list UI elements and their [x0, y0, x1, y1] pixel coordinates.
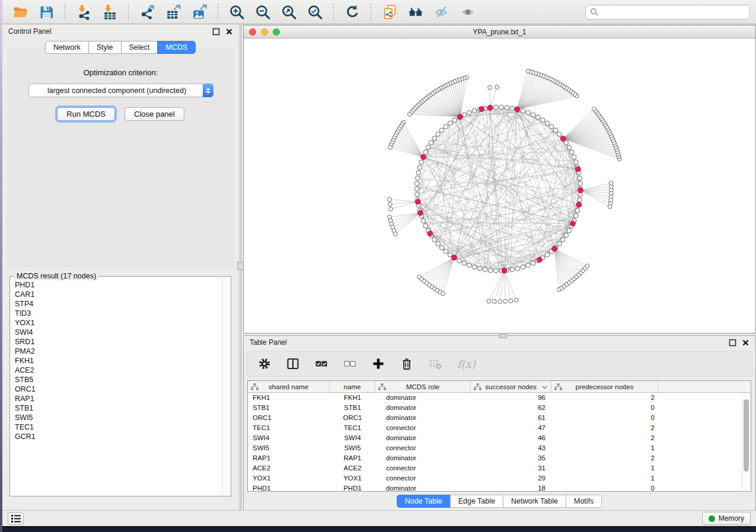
- memory-button[interactable]: Memory: [702, 512, 751, 525]
- first-neighbors-button[interactable]: [404, 2, 428, 22]
- result-list-item[interactable]: CAR1: [15, 290, 222, 299]
- network-node[interactable]: [564, 140, 569, 145]
- select-all-button[interactable]: [315, 357, 328, 370]
- satellite-node[interactable]: [488, 85, 492, 89]
- satellite-node[interactable]: [492, 299, 496, 303]
- result-list-item[interactable]: STP4: [15, 299, 222, 309]
- column-header-successor-nodes[interactable]: successor nodes: [471, 381, 551, 392]
- network-node[interactable]: [415, 181, 420, 186]
- dominator-node[interactable]: [570, 221, 576, 226]
- network-node[interactable]: [561, 238, 566, 242]
- network-node[interactable]: [452, 118, 457, 123]
- network-node[interactable]: [569, 150, 574, 155]
- tab-select[interactable]: Select: [121, 41, 158, 54]
- network-node[interactable]: [419, 160, 424, 165]
- result-list-item[interactable]: TEC1: [15, 422, 222, 432]
- network-node[interactable]: [439, 128, 444, 133]
- show-all-button[interactable]: [456, 2, 480, 22]
- satellite-node[interactable]: [388, 202, 392, 206]
- save-session-button[interactable]: [34, 2, 58, 22]
- network-node[interactable]: [540, 118, 545, 123]
- result-list-item[interactable]: TID3: [15, 309, 222, 318]
- network-node[interactable]: [510, 106, 515, 111]
- network-node[interactable]: [415, 176, 420, 181]
- satellite-node[interactable]: [389, 207, 393, 211]
- dominator-node[interactable]: [415, 199, 420, 204]
- dominator-node[interactable]: [418, 210, 423, 216]
- satellite-node[interactable]: [498, 300, 502, 304]
- zoom-fit-button[interactable]: [277, 2, 301, 22]
- network-node[interactable]: [483, 267, 487, 272]
- minimize-window-icon[interactable]: [261, 28, 268, 36]
- horizontal-splitter-grip[interactable]: [499, 334, 507, 338]
- export-image-button[interactable]: [187, 2, 211, 22]
- run-mcds-button[interactable]: Run MCDS: [57, 107, 115, 121]
- result-list-item[interactable]: SRD1: [15, 337, 222, 347]
- import-table-button[interactable]: [98, 2, 122, 22]
- result-list-item[interactable]: SWI4: [15, 328, 222, 337]
- close-panel-button[interactable]: Close panel: [125, 107, 184, 121]
- table-settings-button[interactable]: [258, 357, 271, 370]
- network-node[interactable]: [436, 242, 441, 246]
- result-list-item[interactable]: PHD1: [15, 280, 222, 290]
- dominator-node[interactable]: [479, 107, 484, 112]
- network-node[interactable]: [567, 145, 572, 150]
- network-node[interactable]: [421, 219, 426, 223]
- table-row[interactable]: RAP1RAP1dominator352: [248, 453, 751, 463]
- duplicate-network-button[interactable]: [378, 2, 401, 22]
- table-row[interactable]: YOX1YOX1connector291: [248, 473, 751, 483]
- dominator-node[interactable]: [458, 114, 463, 120]
- network-node[interactable]: [549, 124, 554, 129]
- result-list-item[interactable]: PMA2: [15, 347, 222, 356]
- network-node[interactable]: [526, 110, 531, 115]
- network-node[interactable]: [423, 223, 428, 228]
- export-table-button[interactable]: [161, 2, 185, 22]
- dominator-node[interactable]: [576, 202, 582, 207]
- network-node[interactable]: [467, 110, 472, 115]
- satellite-node[interactable]: [609, 181, 613, 185]
- network-node[interactable]: [429, 140, 433, 145]
- mcds-result-list[interactable]: PHD1CAR1STP4TID3YOX1SWI4SRD1PMA2FKH1ACE2…: [10, 280, 222, 495]
- dominator-node[interactable]: [515, 107, 520, 112]
- add-column-button[interactable]: [372, 357, 385, 370]
- network-titlebar[interactable]: YPA_prune.txt_1: [244, 25, 755, 39]
- satellite-node[interactable]: [388, 145, 393, 149]
- result-list-item[interactable]: RAP1: [15, 394, 222, 403]
- network-node[interactable]: [557, 242, 562, 246]
- network-node[interactable]: [426, 145, 430, 150]
- network-canvas[interactable]: [244, 39, 756, 333]
- table-scrollbar[interactable]: [742, 393, 750, 491]
- export-network-button[interactable]: [135, 2, 159, 22]
- table-row[interactable]: SWI4SWI4dominator462: [248, 433, 751, 443]
- network-node[interactable]: [553, 128, 558, 133]
- float-panel-icon[interactable]: [729, 339, 736, 347]
- result-list-item[interactable]: STB5: [15, 375, 222, 384]
- network-node[interactable]: [499, 105, 504, 110]
- network-node[interactable]: [439, 245, 444, 250]
- network-node[interactable]: [472, 108, 477, 113]
- network-node[interactable]: [488, 268, 493, 273]
- table-row[interactable]: ACE2ACE2connector311: [248, 463, 751, 473]
- delete-column-button[interactable]: [400, 357, 413, 370]
- network-node[interactable]: [444, 124, 448, 129]
- satellite-node[interactable]: [592, 107, 596, 111]
- result-list-item[interactable]: GCR1: [15, 432, 222, 441]
- dominator-node[interactable]: [560, 136, 566, 142]
- network-node[interactable]: [531, 261, 535, 265]
- satellite-node[interactable]: [487, 299, 491, 303]
- table-row[interactable]: FKH1FKH1dominator962: [248, 393, 751, 403]
- table-row[interactable]: TEC1TEC1connector472: [248, 423, 751, 433]
- satellite-node[interactable]: [407, 113, 412, 117]
- network-node[interactable]: [574, 160, 579, 165]
- network-node[interactable]: [417, 165, 422, 170]
- column-header-shared-name[interactable]: shared name: [248, 381, 330, 392]
- network-node[interactable]: [432, 136, 437, 141]
- dominator-node[interactable]: [576, 166, 581, 172]
- network-node[interactable]: [510, 267, 515, 272]
- network-node[interactable]: [494, 105, 499, 110]
- close-panel-icon[interactable]: [225, 28, 233, 36]
- function-builder-button[interactable]: f(x): [457, 358, 476, 370]
- result-scrollbar[interactable]: [222, 277, 230, 495]
- network-node[interactable]: [526, 263, 531, 268]
- network-node[interactable]: [521, 265, 525, 270]
